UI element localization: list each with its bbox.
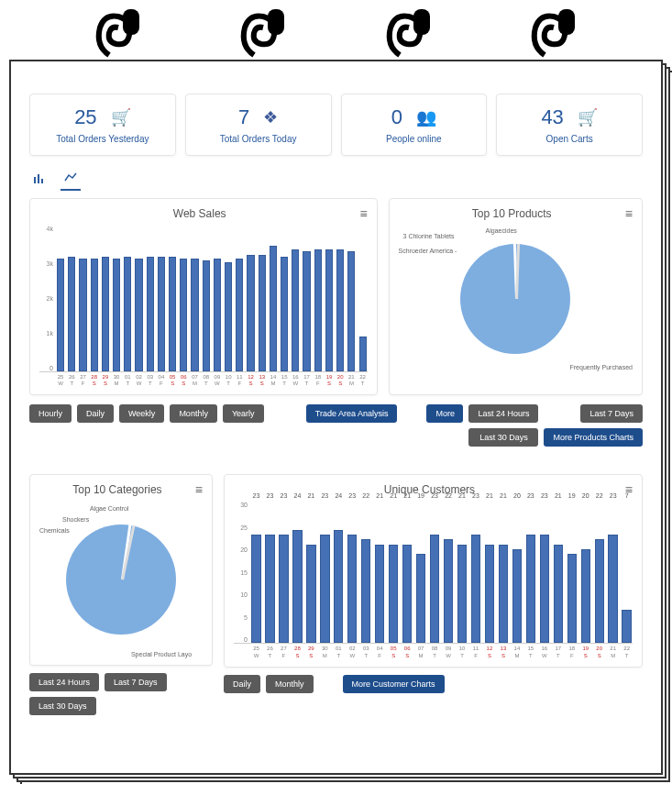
stat-people-online[interactable]: 0👥 People online bbox=[341, 94, 488, 156]
monthly-button[interactable]: Monthly bbox=[266, 675, 314, 693]
chart-title: Top 10 Categories bbox=[39, 483, 195, 496]
stat-label: Total Orders Today bbox=[197, 134, 320, 144]
chart-menu-icon[interactable]: ≡ bbox=[195, 482, 203, 497]
cubes-icon: ❖ bbox=[263, 107, 278, 127]
daily-button[interactable]: Daily bbox=[224, 675, 260, 693]
pie-label: Special Product Layo bbox=[125, 651, 198, 657]
stats-row: 25🛒 Total Orders Yesterday 7❖ Total Orde… bbox=[29, 94, 643, 156]
last-30d-button[interactable]: Last 30 Days bbox=[468, 428, 538, 447]
chart-title: Top 10 Products bbox=[399, 207, 625, 220]
pie-label: Shockers bbox=[62, 516, 89, 523]
more-customer-button[interactable]: More Customer Charts bbox=[343, 675, 445, 693]
line-chart-icon[interactable] bbox=[61, 170, 81, 191]
svg-rect-2 bbox=[413, 9, 430, 35]
stat-orders-today[interactable]: 7❖ Total Orders Today bbox=[185, 94, 332, 156]
chart-title: Unique Customers bbox=[234, 483, 625, 496]
chart-menu-icon[interactable]: ≡ bbox=[359, 206, 367, 221]
pie-label: Chemicals bbox=[39, 527, 70, 534]
stat-value: 25 bbox=[74, 105, 96, 129]
last-30d-button[interactable]: Last 30 Days bbox=[29, 697, 96, 715]
pie-chart bbox=[460, 244, 570, 354]
stat-value: 7 bbox=[238, 105, 249, 129]
top-products-chart: Top 10 Products≡ 3 Chlorine Tablets Alga… bbox=[389, 198, 643, 395]
pie-label: Algaecides bbox=[486, 227, 517, 234]
unique-customers-chart: Unique Customers≡ 3025201510502323232421… bbox=[224, 474, 643, 667]
stat-open-carts[interactable]: 43🛒 Open Carts bbox=[496, 94, 643, 156]
users-icon: 👥 bbox=[416, 107, 436, 127]
trade-area-button[interactable]: Trade Area Analysis bbox=[306, 404, 398, 423]
web-sales-chart: Web Sales≡ 4k3k2k1k0 25W26T27F28S29S30M0… bbox=[29, 198, 378, 395]
pie-chart bbox=[66, 524, 176, 635]
daily-button[interactable]: Daily bbox=[77, 404, 114, 423]
top-categories-chart: Top 10 Categories≡ Algae Control Shocker… bbox=[29, 474, 213, 666]
pie-label: Schroeder America - bbox=[399, 248, 457, 254]
svg-rect-1 bbox=[268, 9, 284, 35]
stat-label: Open Carts bbox=[508, 134, 631, 144]
last-7d-button[interactable]: Last 7 Days bbox=[105, 673, 167, 691]
pie-label: Algae Control bbox=[90, 505, 128, 512]
more-products-button[interactable]: More Products Charts bbox=[544, 428, 643, 447]
svg-rect-4 bbox=[34, 177, 36, 183]
chart-menu-icon[interactable]: ≡ bbox=[625, 206, 633, 221]
more-button[interactable]: More bbox=[426, 404, 463, 423]
stat-orders-yesterday[interactable]: 25🛒 Total Orders Yesterday bbox=[29, 94, 176, 156]
yearly-button[interactable]: Yearly bbox=[223, 404, 264, 423]
dashboard-page: 25🛒 Total Orders Yesterday 7❖ Total Orde… bbox=[9, 60, 663, 775]
last-24h-button[interactable]: Last 24 Hours bbox=[29, 673, 99, 691]
svg-rect-0 bbox=[123, 9, 139, 35]
stat-value: 0 bbox=[391, 105, 402, 129]
chart-title: Web Sales bbox=[39, 207, 359, 220]
stat-value: 43 bbox=[541, 105, 563, 129]
weekly-button[interactable]: Weekly bbox=[119, 404, 164, 423]
stat-label: Total Orders Yesterday bbox=[41, 134, 164, 144]
stat-label: People online bbox=[353, 134, 476, 144]
svg-rect-3 bbox=[558, 9, 575, 35]
chart-tabs bbox=[29, 170, 643, 191]
bar-chart-icon[interactable] bbox=[29, 170, 50, 191]
monthly-button[interactable]: Monthly bbox=[170, 404, 217, 423]
last-24h-button[interactable]: Last 24 Hours bbox=[468, 404, 538, 423]
cart-icon: 🛒 bbox=[578, 107, 598, 127]
pie-label: 3 Chlorine Tablets bbox=[403, 233, 455, 239]
cart-icon: 🛒 bbox=[111, 107, 131, 127]
svg-rect-5 bbox=[38, 174, 39, 183]
hourly-button[interactable]: Hourly bbox=[29, 404, 72, 423]
pie-label: Frequently Purchased bbox=[570, 364, 633, 370]
last-7d-button[interactable]: Last 7 Days bbox=[580, 404, 643, 423]
svg-rect-6 bbox=[41, 179, 43, 183]
